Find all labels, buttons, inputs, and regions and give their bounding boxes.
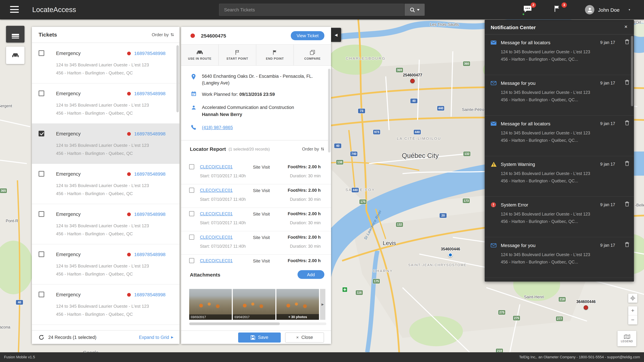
attachment-photo[interactable]: + 30 photos	[276, 289, 319, 320]
map-marker[interactable]: 354600446	[441, 247, 460, 257]
ticket-list-item-selected[interactable]: Emergency 168978548998 124 to 345 Boulev…	[32, 124, 180, 164]
ticket-checkbox[interactable]	[38, 211, 44, 217]
delete-notification-button[interactable]	[625, 80, 629, 86]
expand-to-grid-button[interactable]: Expand to Grid ▶	[139, 335, 174, 340]
locator-checkbox[interactable]	[189, 164, 194, 169]
ticket-list-item[interactable]: Emergency 168978548998 124 to 345 Boulev…	[32, 83, 180, 124]
locator-checkbox[interactable]	[189, 188, 194, 193]
rail-tickets-list-button[interactable]	[6, 26, 24, 42]
map-label: -Belle	[635, 203, 644, 207]
zoom-out-button[interactable]: −	[628, 316, 637, 325]
foot-hours: Foot/Hrs: 2.00 h	[288, 258, 321, 263]
delete-notification-button[interactable]	[625, 39, 629, 45]
locator-code-link[interactable]: CLECO/CLEC01	[200, 188, 232, 193]
notification-item[interactable]: System Warning 9 jan 17 124 to 345 Boule…	[485, 156, 634, 197]
locator-code-link[interactable]: CLECO/CLEC01	[200, 164, 232, 169]
ticket-checkbox[interactable]	[38, 50, 44, 56]
user-menu[interactable]: John Doe ▾	[585, 0, 630, 19]
locate-button[interactable]	[628, 294, 637, 303]
close-button[interactable]: × Close	[285, 332, 324, 343]
detail-scrollbar[interactable]	[328, 69, 330, 152]
locator-code-link[interactable]: CLECO/CLEC01	[200, 211, 232, 216]
ticket-list-item[interactable]: Emergency 168978548998 124 to 345 Boulev…	[32, 43, 180, 83]
phone-link[interactable]: (418) 987-9865	[202, 125, 323, 130]
ticket-number-link[interactable]: 168978548998	[134, 171, 166, 177]
road-badge: 40	[410, 98, 418, 103]
road-badge: 365	[0, 188, 7, 193]
ticket-number-link[interactable]: 168978548998	[134, 51, 166, 56]
foot-hours: Foot/Hrs: 2.00 h	[288, 235, 321, 240]
status-dot	[127, 213, 131, 216]
messages-button[interactable]: 2	[523, 5, 535, 15]
notifications-button[interactable]: 3	[554, 5, 566, 15]
search-input[interactable]	[219, 4, 404, 15]
more-photos-label: + 30 photos	[276, 314, 319, 320]
ticket-checkbox[interactable]	[38, 251, 44, 257]
photos-next-button[interactable]: ▶	[320, 289, 325, 320]
status-dot	[127, 132, 131, 136]
save-button[interactable]: Save	[238, 332, 281, 343]
menu-button[interactable]	[10, 6, 20, 13]
ticket-number-link[interactable]: 168978548998	[134, 252, 166, 257]
photos-scrollbar[interactable]	[189, 323, 326, 325]
locator-report-row[interactable]: CLECO/CLEC01 Site Visit Foot/Hrs: 2.00 h…	[181, 255, 331, 264]
delete-notification-button[interactable]	[625, 161, 629, 167]
locator-checkbox[interactable]	[189, 235, 194, 240]
compare-button[interactable]: COMPARE	[294, 44, 331, 65]
refresh-icon[interactable]	[38, 334, 44, 340]
use-in-route-button[interactable]: USE IN ROUTE	[181, 44, 219, 65]
duration: Duration: 30 min	[290, 174, 321, 178]
attachment-photo[interactable]: 03/04/2017	[233, 289, 276, 320]
marker-label: 254600477	[403, 73, 422, 77]
marker-label: 354600446	[441, 247, 460, 251]
search-button[interactable]	[404, 4, 425, 16]
ticket-checkbox[interactable]	[38, 171, 44, 177]
ticket-checkbox[interactable]	[38, 90, 44, 96]
ticket-number-link[interactable]: 168978548998	[134, 131, 166, 136]
notification-item[interactable]: Message for all locators 9 jan 17 124 to…	[485, 34, 634, 75]
ticket-checkbox[interactable]	[38, 292, 44, 297]
status-dot	[127, 253, 131, 256]
locator-report-row[interactable]: CLECO/CLEC01 Site Visit Foot/Hrs: 2.00 h…	[181, 161, 331, 184]
map-marker[interactable]: 254600477	[403, 73, 422, 83]
notification-item[interactable]: System Error 9 jan 17 124 to 345 Bouleva…	[485, 197, 634, 237]
delete-notification-button[interactable]	[625, 120, 629, 126]
ticket-number-link[interactable]: 168978548998	[134, 292, 166, 297]
ticket-list-item[interactable]: Emergency 168978548998 124 to 345 Boulev…	[32, 244, 180, 285]
ticket-checkbox-checked[interactable]	[38, 131, 44, 136]
legend-button[interactable]: LEGEND	[618, 331, 636, 346]
notification-item[interactable]: Message for you 9 jan 17 124 to 345 Boul…	[485, 237, 634, 278]
close-notifications-button[interactable]: ×	[622, 23, 630, 31]
ticket-address-line2: 456 - Harlton - Burlington - Québec, QC	[56, 272, 133, 277]
notification-item[interactable]: Message for all locators 9 jan 17 124 to…	[485, 116, 634, 156]
locator-order-by[interactable]: Order by	[302, 146, 324, 151]
ticket-number-link[interactable]: 168978548998	[134, 91, 166, 96]
locator-code-link[interactable]: CLECO/CLEC01	[200, 235, 232, 240]
map-marker[interactable]: 364600446	[576, 300, 596, 310]
tickets-scrollbar[interactable]	[176, 45, 179, 112]
delete-notification-button[interactable]	[625, 201, 629, 207]
rail-vehicles-button[interactable]	[6, 46, 24, 64]
attachment-photo[interactable]: 03/03/2017	[189, 289, 232, 320]
delete-notification-button[interactable]	[625, 242, 629, 248]
tickets-order-by[interactable]: Order by	[152, 32, 174, 37]
locator-report-row[interactable]: CLECO/CLEC01 Site Visit Foot/Hrs: 2.00 h…	[181, 184, 331, 208]
notification-item[interactable]: Message for you 9 jan 17 124 to 345 Boul…	[485, 75, 634, 116]
ticket-list-item[interactable]: Emergency 168978548998 124 to 345 Boulev…	[32, 285, 180, 325]
collapse-panel-button[interactable]: ◀	[331, 28, 341, 42]
view-ticket-button[interactable]: View Ticket	[291, 31, 324, 40]
ticket-number-link[interactable]: 168978548998	[134, 212, 166, 217]
add-attachment-button[interactable]: Add	[298, 270, 324, 279]
start-point-button[interactable]: START POINT	[219, 44, 256, 65]
locator-checkbox[interactable]	[189, 258, 194, 263]
ticket-list-item[interactable]: Emergency 168978548998 124 to 345 Boulev…	[32, 164, 180, 204]
end-point-button[interactable]: END POINT	[256, 44, 294, 65]
notification-item-title: Message for you	[501, 80, 536, 86]
locator-report-row[interactable]: CLECO/CLEC01 Site Visit Foot/Hrs: 2.00 h…	[181, 208, 331, 231]
locator-report-row[interactable]: CLECO/CLEC01 Site Visit Foot/Hrs: 2.00 h…	[181, 231, 331, 255]
notification-scrollbar[interactable]	[631, 36, 633, 106]
locator-code-link[interactable]: CLECO/CLEC01	[200, 258, 232, 263]
zoom-in-button[interactable]: +	[628, 306, 637, 316]
locator-checkbox[interactable]	[189, 211, 194, 216]
ticket-list-item[interactable]: Emergency 168978548998 124 to 345 Boulev…	[32, 204, 180, 244]
